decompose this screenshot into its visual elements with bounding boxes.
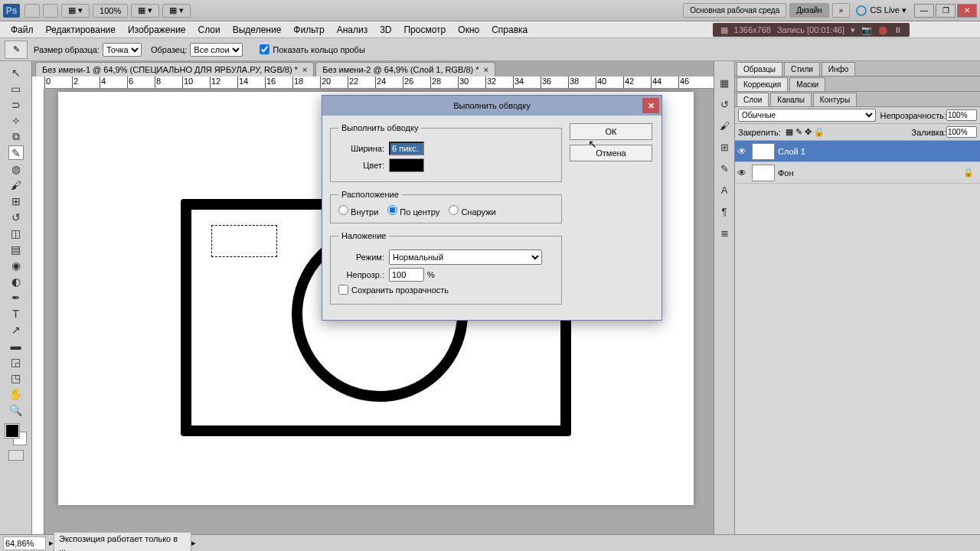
menu-file[interactable]: Файл — [5, 24, 40, 35]
color-swatches[interactable] — [5, 424, 27, 445]
zoom-tool[interactable]: 🔍 — [8, 403, 24, 417]
color-swatch[interactable] — [389, 158, 424, 172]
zoom-readout[interactable]: 64,86% — [3, 536, 46, 550]
layer-row[interactable]: 👁 Слой 1 — [735, 141, 980, 162]
minibridge-icon[interactable]: ▦ — [717, 75, 732, 90]
gradient-tool[interactable]: ▤ — [8, 242, 24, 256]
ok-button[interactable]: ОК — [570, 123, 652, 140]
eye-icon[interactable]: 👁 — [735, 168, 749, 178]
pen-tool[interactable]: ✒ — [8, 290, 24, 305]
clone-icon[interactable]: ⊞ — [717, 139, 732, 155]
history-icon[interactable]: ↺ — [717, 96, 732, 112]
width-input[interactable] — [389, 142, 424, 155]
dodge-tool[interactable]: ◐ — [8, 274, 24, 289]
lock-icons[interactable]: ▦ ✎ ✥ 🔒 — [786, 127, 825, 137]
hand-tool[interactable]: ✋ — [8, 386, 24, 401]
close-button[interactable]: ✕ — [957, 4, 977, 18]
show-ring-check[interactable] — [260, 44, 270, 54]
quickmask-toggle[interactable] — [8, 450, 24, 461]
type-tool[interactable]: T — [8, 306, 24, 321]
heal-tool[interactable]: ◍ — [8, 161, 24, 176]
tab-channels[interactable]: Каналы — [770, 93, 812, 106]
layer-name: Фон — [778, 168, 794, 178]
tab-styles[interactable]: Стили — [784, 62, 820, 76]
layer-thumb — [752, 165, 775, 181]
wand-tool[interactable]: ✧ — [8, 113, 24, 128]
doc-tab-2[interactable]: Без имени-2 @ 64,9% (Слой 1, RGB/8) *× — [315, 62, 495, 77]
radio-center[interactable]: По центру — [387, 205, 439, 217]
opac-input[interactable] — [389, 268, 424, 282]
shape-tool[interactable]: ▬ — [8, 338, 24, 353]
marquee-tool[interactable]: ▭ — [8, 81, 24, 96]
preserve-check[interactable] — [338, 285, 348, 295]
fill-input[interactable] — [946, 126, 977, 138]
eyedropper-tool[interactable]: ✎ — [8, 145, 24, 160]
sample-size-dd[interactable]: Точка — [103, 43, 142, 57]
tab-info[interactable]: Инфо — [822, 62, 856, 76]
layer-row[interactable]: 👁 Фон 🔒 — [735, 162, 980, 184]
menu-window[interactable]: Окно — [452, 24, 485, 35]
menu-filter[interactable]: Фильтр — [287, 24, 330, 35]
tab-masks[interactable]: Маски — [789, 77, 825, 91]
menu-layer[interactable]: Слои — [192, 24, 227, 35]
radio-inside[interactable]: Внутри — [338, 205, 378, 217]
cslive-button[interactable]: CS Live ▾ — [856, 5, 906, 16]
menu-edit[interactable]: Редактирование — [40, 24, 122, 35]
eye-icon[interactable]: 👁 — [735, 146, 749, 157]
char-icon[interactable]: A — [717, 182, 732, 197]
menu-analysis[interactable]: Анализ — [331, 24, 374, 35]
close-tab-icon[interactable]: × — [484, 65, 488, 74]
blend-mode-dd[interactable]: Обычные — [738, 109, 876, 122]
screen-mode-dd[interactable]: ▦ ▾ — [61, 4, 90, 18]
zoom-dd[interactable]: 100% — [93, 4, 128, 18]
radio-outside[interactable]: Снаружи — [449, 205, 495, 217]
move-tool[interactable]: ↖ — [8, 65, 24, 80]
cancel-button[interactable]: Отмена — [570, 145, 652, 161]
bridge-button[interactable] — [24, 4, 40, 18]
eraser-tool[interactable]: ◫ — [8, 226, 24, 240]
workspace-essentials[interactable]: Основная рабочая среда — [683, 3, 786, 18]
tool-preset-icon[interactable]: ✎ — [717, 161, 732, 176]
close-tab-icon[interactable]: × — [302, 65, 307, 74]
opacity-input[interactable] — [946, 109, 977, 121]
layer-name: Слой 1 — [778, 147, 805, 156]
stamp-tool[interactable]: ⊞ — [8, 194, 24, 208]
lock-icon: 🔒 — [963, 168, 974, 178]
brush-tool[interactable]: 🖌 — [8, 178, 24, 192]
status-bar: 64,86% ▸ Экспозиция работает только в ..… — [0, 534, 980, 551]
lock-label: Закрепить: — [738, 128, 781, 137]
blur-tool[interactable]: ◉ — [8, 258, 24, 272]
para-icon[interactable]: ¶ — [717, 204, 732, 219]
menu-select[interactable]: Выделение — [227, 24, 288, 35]
3d-cam-tool[interactable]: ◳ — [8, 370, 24, 385]
workspace-design[interactable]: Дизайн — [789, 3, 829, 18]
current-tool-icon[interactable]: ✎ — [5, 41, 28, 59]
lasso-tool[interactable]: ⊃ — [8, 97, 24, 112]
menu-view[interactable]: Просмотр — [397, 24, 452, 35]
brush-preset-icon[interactable]: 🖌 — [717, 118, 732, 133]
sample-size-label: Размер образца: — [34, 45, 100, 54]
history-brush[interactable]: ↺ — [8, 210, 24, 224]
tab-layers[interactable]: Слои — [737, 93, 769, 106]
right-panels: Образцы Стили Инфо Коррекция Маски Слои … — [735, 61, 980, 534]
workspace-more[interactable]: » — [832, 3, 851, 18]
extras-dd[interactable]: ▦ ▾ — [162, 4, 191, 18]
sample-dd[interactable]: Все слои — [190, 43, 243, 57]
minibridge-button[interactable] — [43, 4, 58, 18]
doc-tab-1[interactable]: Без имени-1 @ 64,9% (СПЕЦИАЛЬНО ДЛЯ ЯРБУ… — [35, 62, 314, 77]
menu-image[interactable]: Изображение — [122, 24, 192, 35]
path-tool[interactable]: ↗ — [8, 322, 24, 337]
layers-icon[interactable]: ≣ — [717, 225, 732, 240]
tab-paths[interactable]: Контуры — [813, 93, 857, 106]
tab-adjust[interactable]: Коррекция — [737, 77, 788, 91]
tab-swatches[interactable]: Образцы — [737, 62, 782, 76]
max-button[interactable]: ❐ — [936, 4, 956, 18]
dialog-close-button[interactable]: ✕ — [642, 98, 659, 113]
mode-dd[interactable]: Нормальный — [389, 249, 542, 265]
menu-3d[interactable]: 3D — [374, 24, 397, 35]
crop-tool[interactable]: ⧉ — [8, 129, 24, 144]
arrange-dd[interactable]: ▦ ▾ — [131, 4, 159, 18]
menu-help[interactable]: Справка — [485, 24, 534, 35]
3d-tool[interactable]: ◲ — [8, 354, 24, 369]
min-button[interactable]: — — [914, 4, 934, 18]
